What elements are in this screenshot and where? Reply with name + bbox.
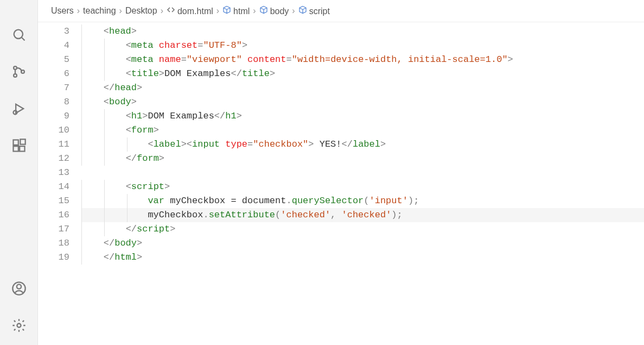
code-content[interactable]: <head> <meta charset="UTF-8"> <meta name… (81, 24, 644, 345)
search-icon[interactable] (11, 27, 27, 42)
breadcrumb-separator-icon: › (216, 6, 219, 16)
account-icon[interactable] (11, 281, 27, 296)
breadcrumb-item[interactable]: script (298, 5, 330, 16)
symbol-cube-icon (222, 5, 231, 14)
svg-point-0 (14, 30, 22, 39)
indent-guide (81, 152, 82, 166)
indent-guide (104, 152, 105, 166)
indent-guide (81, 109, 82, 123)
code-line-content: </form> (81, 153, 164, 164)
code-line[interactable]: <meta charset="UTF-8"> (81, 39, 644, 53)
run-debug-icon[interactable] (11, 101, 27, 116)
code-line-content: </head> (81, 83, 142, 93)
indent-guide (127, 208, 127, 222)
breadcrumb-separator-icon: › (292, 6, 295, 16)
breadcrumb-label: Desktop (125, 6, 157, 15)
line-number: 8 (38, 95, 69, 109)
code-line[interactable]: <body> (81, 95, 644, 109)
breadcrumb-separator-icon: › (161, 6, 163, 16)
code-line[interactable]: </script> (81, 222, 644, 236)
indent-guide (81, 39, 82, 53)
indent-guide (127, 137, 127, 152)
line-number: 16 (38, 208, 69, 222)
code-line[interactable]: </body> (81, 236, 644, 250)
svg-point-13 (17, 324, 21, 328)
code-line[interactable]: var myCheckbox = document.querySelector(… (81, 194, 644, 208)
line-number: 14 (38, 180, 69, 194)
svg-point-2 (14, 66, 17, 70)
code-line-content: <head> (81, 26, 137, 36)
indent-guide (81, 180, 82, 194)
breadcrumb-item[interactable]: teaching (83, 6, 116, 16)
line-number: 12 (38, 152, 69, 166)
code-line[interactable]: <h1>DOM Examples</h1> (81, 109, 644, 123)
line-number: 10 (38, 123, 69, 137)
code-line-content: var myCheckbox = document.querySelector(… (81, 196, 419, 206)
indent-guide (81, 250, 82, 265)
breadcrumb-label: body (270, 7, 289, 16)
svg-point-12 (16, 284, 21, 288)
extensions-icon[interactable] (11, 138, 27, 153)
indent-guide (81, 222, 82, 236)
indent-guide (104, 39, 105, 53)
code-line[interactable]: <form> (81, 123, 644, 137)
code-line[interactable]: <title>DOM Examples</title> (81, 67, 644, 81)
code-line[interactable]: </html> (81, 250, 644, 265)
indent-guide (81, 137, 82, 152)
indent-guide (81, 194, 82, 208)
code-line-content: <h1>DOM Examples</h1> (81, 111, 242, 121)
svg-rect-10 (20, 139, 25, 144)
indent-guide (104, 67, 105, 81)
indent-guide (104, 123, 105, 137)
indent-guide (104, 222, 105, 236)
code-line[interactable]: </head> (81, 81, 644, 95)
code-line-content: <title>DOM Examples</title> (81, 68, 275, 79)
code-line[interactable] (81, 166, 644, 180)
breadcrumb-separator-icon: › (119, 6, 122, 16)
line-number: 11 (38, 137, 69, 152)
line-number: 4 (38, 39, 69, 53)
line-number: 19 (38, 250, 69, 265)
symbol-cube-icon (298, 5, 307, 14)
svg-point-3 (14, 74, 17, 77)
breadcrumb-label: html (233, 7, 250, 16)
line-number: 9 (38, 109, 69, 123)
indent-guide (81, 208, 82, 222)
svg-rect-8 (13, 146, 18, 151)
code-line[interactable]: </form> (81, 152, 644, 166)
indent-guide (81, 236, 82, 250)
code-line[interactable]: <meta name="viewport" content="width=dev… (81, 53, 644, 67)
indent-guide (81, 24, 82, 39)
activity-bar (0, 0, 38, 345)
breadcrumb-separator-icon: › (253, 6, 256, 16)
settings-icon[interactable] (11, 318, 27, 333)
breadcrumb-item[interactable]: Desktop (125, 6, 157, 16)
code-line-content: <script> (81, 181, 170, 192)
symbol-cube-icon (259, 5, 268, 14)
breadcrumb-item[interactable]: body (259, 5, 289, 16)
breadcrumb-item[interactable]: Users (51, 6, 74, 16)
source-control-icon[interactable] (11, 64, 27, 79)
code-line-content: </html> (81, 252, 142, 262)
indent-guide (104, 208, 105, 222)
code-line[interactable]: <script> (81, 180, 644, 194)
indent-guide (104, 109, 105, 123)
code-line[interactable]: <label><input type="checkbox"> YES!</lab… (81, 137, 644, 152)
breadcrumb-label: dom.html (177, 7, 213, 16)
code-line[interactable]: myCheckbox.setAttribute('checked', 'chec… (81, 208, 644, 222)
code-editor[interactable]: 345678910111213141516171819 <head> <meta… (38, 22, 644, 345)
breadcrumb-item[interactable]: dom.html (167, 5, 213, 16)
breadcrumb-label: Users (51, 6, 74, 15)
code-line-content: <body> (81, 97, 137, 107)
indent-guide (81, 53, 82, 67)
indent-guide (127, 194, 127, 208)
line-number: 13 (38, 166, 69, 180)
code-line-content: myCheckbox.setAttribute('checked', 'chec… (81, 210, 403, 220)
breadcrumb-item[interactable]: html (222, 5, 250, 16)
code-line[interactable]: <head> (81, 24, 644, 39)
breadcrumb: Users›teaching›Desktop›dom.html›html›bod… (38, 0, 644, 22)
code-line-content: </script> (81, 224, 175, 234)
indent-guide (104, 53, 105, 67)
svg-rect-9 (20, 146, 24, 151)
indent-guide (104, 137, 105, 152)
